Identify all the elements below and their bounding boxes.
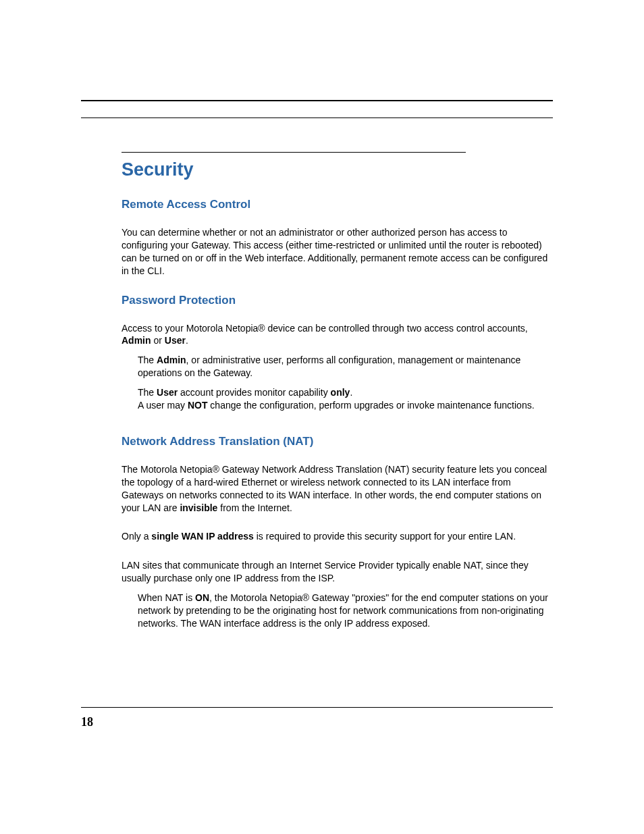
text-run: Only a xyxy=(122,531,151,542)
footer-rule xyxy=(81,707,553,708)
text-run: is required to provide this security sup… xyxy=(254,531,516,542)
paragraph-nat-4: When NAT is ON, the Motorola Netopia® Ga… xyxy=(138,592,553,630)
paragraph-nat-3: LAN sites that communicate through an In… xyxy=(122,559,553,585)
bold-admin: Admin xyxy=(157,355,186,365)
section-heading-password-protection: Password Protection xyxy=(122,294,553,307)
text-run: change the configuration, perform upgrad… xyxy=(207,400,534,411)
text-run: . xyxy=(350,387,352,398)
text-run: . xyxy=(186,335,188,346)
section-heading-remote-access: Remote Access Control xyxy=(122,198,553,211)
bold-invisible: invisible xyxy=(180,502,217,513)
paragraph-nat-2: Only a single WAN IP address is required… xyxy=(122,530,553,543)
bold-not: NOT xyxy=(188,400,208,411)
paragraph-nat-1: The Motorola Netopia® Gateway Network Ad… xyxy=(122,463,553,515)
text-run: from the Internet. xyxy=(217,502,292,513)
text-run: , or administrative user, performs all c… xyxy=(138,355,520,378)
bold-on: ON xyxy=(195,592,209,603)
content-column: Security Remote Access Control You can d… xyxy=(122,152,553,630)
text-run: Access to your Motorola Netopia® device … xyxy=(122,323,528,334)
chapter-title: Security xyxy=(122,152,466,180)
paragraph-remote-access-body: You can determine whether or not an admi… xyxy=(122,226,553,278)
page-number: 18 xyxy=(81,715,93,729)
bold-only: only xyxy=(331,387,350,398)
bold-user: User xyxy=(165,335,186,346)
text-run: A user may xyxy=(138,400,188,411)
paragraph-user-desc: The User account provides monitor capabi… xyxy=(138,386,553,412)
bold-user: User xyxy=(157,387,178,398)
paragraph-admin-desc: The Admin, or administrative user, perfo… xyxy=(138,354,553,380)
text-run: or xyxy=(151,335,165,346)
text-run: The xyxy=(138,355,157,365)
paragraph-password-intro: Access to your Motorola Netopia® device … xyxy=(122,322,553,348)
header-rule-thick xyxy=(81,100,553,101)
text-run: account provides monitor capability xyxy=(178,387,330,398)
text-run: The xyxy=(138,387,157,398)
text-run: When NAT is xyxy=(138,592,195,603)
bold-single-wan: single WAN IP address xyxy=(151,531,253,542)
section-heading-nat: Network Address Translation (NAT) xyxy=(122,435,553,448)
document-page: Security Remote Access Control You can d… xyxy=(0,0,644,834)
bold-admin: Admin xyxy=(122,335,151,346)
header-rule-thin xyxy=(81,118,553,118)
